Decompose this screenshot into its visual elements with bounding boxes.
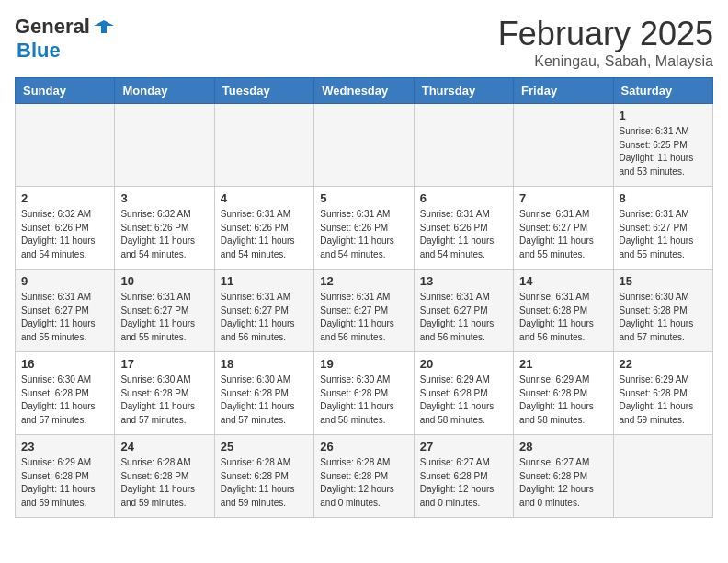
svg-marker-0 [94, 20, 114, 33]
calendar-cell: 25Sunrise: 6:28 AM Sunset: 6:28 PM Dayli… [214, 435, 313, 518]
calendar-header-thursday: Thursday [414, 78, 513, 104]
day-number: 2 [21, 191, 108, 205]
day-info: Sunrise: 6:32 AM Sunset: 6:26 PM Dayligh… [120, 208, 208, 261]
day-info: Sunrise: 6:31 AM Sunset: 6:27 PM Dayligh… [21, 291, 108, 344]
day-number: 6 [420, 191, 507, 205]
calendar-cell: 7Sunrise: 6:31 AM Sunset: 6:27 PM Daylig… [514, 187, 613, 270]
calendar-cell: 6Sunrise: 6:31 AM Sunset: 6:26 PM Daylig… [414, 187, 513, 270]
week-row-5: 23Sunrise: 6:29 AM Sunset: 6:28 PM Dayli… [16, 435, 713, 518]
calendar-cell: 22Sunrise: 6:29 AM Sunset: 6:28 PM Dayli… [613, 352, 712, 435]
title-block: February 2025 Keningau, Sabah, Malaysia [498, 15, 713, 70]
day-number: 3 [120, 191, 208, 205]
calendar-header-row: SundayMondayTuesdayWednesdayThursdayFrid… [16, 78, 713, 104]
day-number: 21 [519, 357, 607, 371]
day-number: 5 [320, 191, 407, 205]
calendar-cell [115, 104, 214, 187]
day-number: 1 [620, 109, 707, 122]
day-number: 16 [21, 357, 108, 371]
calendar-cell: 1Sunrise: 6:31 AM Sunset: 6:25 PM Daylig… [613, 104, 712, 187]
calendar-cell: 20Sunrise: 6:29 AM Sunset: 6:28 PM Dayli… [414, 352, 513, 435]
day-number: 8 [620, 191, 707, 205]
day-number: 7 [519, 191, 607, 205]
calendar-cell [214, 104, 313, 187]
day-number: 11 [221, 274, 308, 288]
calendar-cell [16, 104, 115, 187]
calendar-cell: 5Sunrise: 6:31 AM Sunset: 6:26 PM Daylig… [314, 187, 414, 270]
logo: General Blue [15, 15, 114, 63]
day-number: 9 [21, 274, 108, 288]
day-number: 10 [120, 274, 208, 288]
calendar-cell [613, 435, 712, 518]
calendar-header-saturday: Saturday [613, 78, 712, 104]
day-info: Sunrise: 6:31 AM Sunset: 6:27 PM Dayligh… [620, 208, 707, 261]
day-info: Sunrise: 6:30 AM Sunset: 6:28 PM Dayligh… [21, 373, 108, 427]
day-number: 22 [620, 357, 707, 371]
day-info: Sunrise: 6:28 AM Sunset: 6:28 PM Dayligh… [120, 456, 208, 510]
day-info: Sunrise: 6:30 AM Sunset: 6:28 PM Dayligh… [120, 373, 208, 427]
day-number: 14 [519, 274, 607, 288]
day-info: Sunrise: 6:31 AM Sunset: 6:28 PM Dayligh… [519, 291, 607, 344]
calendar-table: SundayMondayTuesdayWednesdayThursdayFrid… [15, 77, 713, 518]
calendar-cell: 16Sunrise: 6:30 AM Sunset: 6:28 PM Dayli… [16, 352, 115, 435]
day-info: Sunrise: 6:29 AM Sunset: 6:28 PM Dayligh… [519, 373, 607, 427]
day-info: Sunrise: 6:30 AM Sunset: 6:28 PM Dayligh… [320, 373, 407, 427]
day-info: Sunrise: 6:32 AM Sunset: 6:26 PM Dayligh… [21, 208, 108, 261]
week-row-4: 16Sunrise: 6:30 AM Sunset: 6:28 PM Dayli… [16, 352, 713, 435]
day-info: Sunrise: 6:30 AM Sunset: 6:28 PM Dayligh… [620, 291, 707, 344]
calendar-header-wednesday: Wednesday [314, 78, 414, 104]
day-info: Sunrise: 6:31 AM Sunset: 6:27 PM Dayligh… [420, 291, 507, 344]
calendar-cell: 17Sunrise: 6:30 AM Sunset: 6:28 PM Dayli… [115, 352, 214, 435]
week-row-3: 9Sunrise: 6:31 AM Sunset: 6:27 PM Daylig… [16, 270, 713, 352]
day-number: 25 [221, 440, 308, 454]
day-number: 17 [120, 357, 208, 371]
day-number: 19 [320, 357, 407, 371]
day-info: Sunrise: 6:28 AM Sunset: 6:28 PM Dayligh… [320, 456, 407, 510]
day-info: Sunrise: 6:28 AM Sunset: 6:28 PM Dayligh… [221, 456, 308, 510]
calendar-cell: 9Sunrise: 6:31 AM Sunset: 6:27 PM Daylig… [16, 270, 115, 352]
calendar-cell [314, 104, 414, 187]
day-number: 4 [221, 191, 308, 205]
calendar-cell: 19Sunrise: 6:30 AM Sunset: 6:28 PM Dayli… [314, 352, 414, 435]
calendar-cell [414, 104, 513, 187]
day-number: 24 [120, 440, 208, 454]
day-number: 13 [420, 274, 507, 288]
day-number: 27 [420, 440, 507, 454]
day-info: Sunrise: 6:29 AM Sunset: 6:28 PM Dayligh… [420, 373, 507, 427]
calendar-cell [514, 104, 613, 187]
day-number: 18 [221, 357, 308, 371]
calendar-cell: 23Sunrise: 6:29 AM Sunset: 6:28 PM Dayli… [16, 435, 115, 518]
calendar-cell: 18Sunrise: 6:30 AM Sunset: 6:28 PM Dayli… [214, 352, 313, 435]
day-number: 28 [519, 440, 607, 454]
day-info: Sunrise: 6:27 AM Sunset: 6:28 PM Dayligh… [519, 456, 607, 510]
calendar-cell: 26Sunrise: 6:28 AM Sunset: 6:28 PM Dayli… [314, 435, 414, 518]
day-info: Sunrise: 6:31 AM Sunset: 6:26 PM Dayligh… [420, 208, 507, 261]
day-info: Sunrise: 6:29 AM Sunset: 6:28 PM Dayligh… [21, 456, 108, 510]
calendar-cell: 14Sunrise: 6:31 AM Sunset: 6:28 PM Dayli… [514, 270, 613, 352]
calendar-header-tuesday: Tuesday [214, 78, 313, 104]
day-info: Sunrise: 6:31 AM Sunset: 6:26 PM Dayligh… [221, 208, 308, 261]
day-number: 15 [620, 274, 707, 288]
day-number: 23 [21, 440, 108, 454]
logo-blue: Blue [17, 39, 61, 63]
day-info: Sunrise: 6:31 AM Sunset: 6:27 PM Dayligh… [320, 291, 407, 344]
calendar-header-monday: Monday [115, 78, 214, 104]
location: Keningau, Sabah, Malaysia [498, 53, 713, 70]
month-title: February 2025 [498, 15, 713, 53]
calendar-cell: 15Sunrise: 6:30 AM Sunset: 6:28 PM Dayli… [613, 270, 712, 352]
day-info: Sunrise: 6:31 AM Sunset: 6:26 PM Dayligh… [320, 208, 407, 261]
calendar-cell: 12Sunrise: 6:31 AM Sunset: 6:27 PM Dayli… [314, 270, 414, 352]
week-row-2: 2Sunrise: 6:32 AM Sunset: 6:26 PM Daylig… [16, 187, 713, 270]
day-info: Sunrise: 6:31 AM Sunset: 6:27 PM Dayligh… [519, 208, 607, 261]
page-header: General Blue February 2025 Keningau, Sab… [15, 15, 713, 70]
day-info: Sunrise: 6:29 AM Sunset: 6:28 PM Dayligh… [620, 373, 707, 427]
day-number: 20 [420, 357, 507, 371]
day-info: Sunrise: 6:27 AM Sunset: 6:28 PM Dayligh… [420, 456, 507, 510]
day-info: Sunrise: 6:31 AM Sunset: 6:27 PM Dayligh… [120, 291, 208, 344]
calendar-cell: 21Sunrise: 6:29 AM Sunset: 6:28 PM Dayli… [514, 352, 613, 435]
calendar-cell: 27Sunrise: 6:27 AM Sunset: 6:28 PM Dayli… [414, 435, 513, 518]
calendar-cell: 10Sunrise: 6:31 AM Sunset: 6:27 PM Dayli… [115, 270, 214, 352]
calendar-cell: 28Sunrise: 6:27 AM Sunset: 6:28 PM Dayli… [514, 435, 613, 518]
calendar-cell: 8Sunrise: 6:31 AM Sunset: 6:27 PM Daylig… [613, 187, 712, 270]
calendar-cell: 11Sunrise: 6:31 AM Sunset: 6:27 PM Dayli… [214, 270, 313, 352]
day-number: 12 [320, 274, 407, 288]
